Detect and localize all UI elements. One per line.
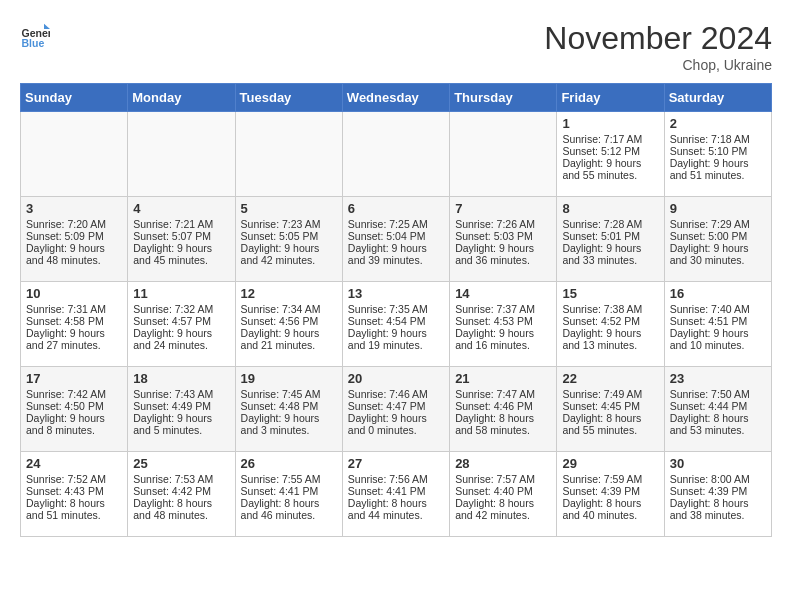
sunrise-text: Sunrise: 7:25 AM xyxy=(348,218,444,230)
day-number: 30 xyxy=(670,456,766,471)
calendar-cell: 7Sunrise: 7:26 AMSunset: 5:03 PMDaylight… xyxy=(450,197,557,282)
sunset-text: Sunset: 5:07 PM xyxy=(133,230,229,242)
sunrise-text: Sunrise: 7:35 AM xyxy=(348,303,444,315)
calendar-cell: 1Sunrise: 7:17 AMSunset: 5:12 PMDaylight… xyxy=(557,112,664,197)
day-number: 5 xyxy=(241,201,337,216)
sunrise-text: Sunrise: 7:23 AM xyxy=(241,218,337,230)
calendar-cell: 28Sunrise: 7:57 AMSunset: 4:40 PMDayligh… xyxy=(450,452,557,537)
sunrise-text: Sunrise: 7:43 AM xyxy=(133,388,229,400)
calendar-cell: 5Sunrise: 7:23 AMSunset: 5:05 PMDaylight… xyxy=(235,197,342,282)
day-number: 19 xyxy=(241,371,337,386)
day-number: 21 xyxy=(455,371,551,386)
daylight-text: Daylight: 8 hours and 48 minutes. xyxy=(133,497,229,521)
day-number: 10 xyxy=(26,286,122,301)
sunset-text: Sunset: 4:39 PM xyxy=(562,485,658,497)
sunrise-text: Sunrise: 7:32 AM xyxy=(133,303,229,315)
sunrise-text: Sunrise: 7:46 AM xyxy=(348,388,444,400)
calendar-cell: 8Sunrise: 7:28 AMSunset: 5:01 PMDaylight… xyxy=(557,197,664,282)
calendar-week-row: 10Sunrise: 7:31 AMSunset: 4:58 PMDayligh… xyxy=(21,282,772,367)
calendar-cell: 13Sunrise: 7:35 AMSunset: 4:54 PMDayligh… xyxy=(342,282,449,367)
day-number: 12 xyxy=(241,286,337,301)
day-number: 22 xyxy=(562,371,658,386)
sunrise-text: Sunrise: 7:26 AM xyxy=(455,218,551,230)
sunset-text: Sunset: 5:00 PM xyxy=(670,230,766,242)
daylight-text: Daylight: 9 hours and 21 minutes. xyxy=(241,327,337,351)
sunrise-text: Sunrise: 7:53 AM xyxy=(133,473,229,485)
calendar-cell: 22Sunrise: 7:49 AMSunset: 4:45 PMDayligh… xyxy=(557,367,664,452)
sunset-text: Sunset: 4:56 PM xyxy=(241,315,337,327)
sunset-text: Sunset: 5:10 PM xyxy=(670,145,766,157)
daylight-text: Daylight: 8 hours and 40 minutes. xyxy=(562,497,658,521)
day-number: 26 xyxy=(241,456,337,471)
calendar-cell: 2Sunrise: 7:18 AMSunset: 5:10 PMDaylight… xyxy=(664,112,771,197)
calendar-week-row: 1Sunrise: 7:17 AMSunset: 5:12 PMDaylight… xyxy=(21,112,772,197)
daylight-text: Daylight: 9 hours and 55 minutes. xyxy=(562,157,658,181)
daylight-text: Daylight: 8 hours and 38 minutes. xyxy=(670,497,766,521)
calendar-cell: 25Sunrise: 7:53 AMSunset: 4:42 PMDayligh… xyxy=(128,452,235,537)
day-number: 29 xyxy=(562,456,658,471)
daylight-text: Daylight: 8 hours and 46 minutes. xyxy=(241,497,337,521)
sunset-text: Sunset: 4:42 PM xyxy=(133,485,229,497)
sunrise-text: Sunrise: 7:29 AM xyxy=(670,218,766,230)
day-number: 7 xyxy=(455,201,551,216)
calendar-cell: 23Sunrise: 7:50 AMSunset: 4:44 PMDayligh… xyxy=(664,367,771,452)
sunset-text: Sunset: 4:46 PM xyxy=(455,400,551,412)
sunrise-text: Sunrise: 7:56 AM xyxy=(348,473,444,485)
day-number: 2 xyxy=(670,116,766,131)
daylight-text: Daylight: 9 hours and 51 minutes. xyxy=(670,157,766,181)
calendar-week-row: 17Sunrise: 7:42 AMSunset: 4:50 PMDayligh… xyxy=(21,367,772,452)
calendar-cell: 19Sunrise: 7:45 AMSunset: 4:48 PMDayligh… xyxy=(235,367,342,452)
sunset-text: Sunset: 4:39 PM xyxy=(670,485,766,497)
daylight-text: Daylight: 9 hours and 19 minutes. xyxy=(348,327,444,351)
sunset-text: Sunset: 5:12 PM xyxy=(562,145,658,157)
daylight-text: Daylight: 9 hours and 42 minutes. xyxy=(241,242,337,266)
sunset-text: Sunset: 4:40 PM xyxy=(455,485,551,497)
calendar-cell: 3Sunrise: 7:20 AMSunset: 5:09 PMDaylight… xyxy=(21,197,128,282)
sunrise-text: Sunrise: 7:21 AM xyxy=(133,218,229,230)
sunrise-text: Sunrise: 7:42 AM xyxy=(26,388,122,400)
svg-text:Blue: Blue xyxy=(22,37,45,49)
sunrise-text: Sunrise: 7:59 AM xyxy=(562,473,658,485)
day-number: 3 xyxy=(26,201,122,216)
sunrise-text: Sunrise: 7:49 AM xyxy=(562,388,658,400)
sunrise-text: Sunrise: 7:20 AM xyxy=(26,218,122,230)
daylight-text: Daylight: 9 hours and 27 minutes. xyxy=(26,327,122,351)
sunset-text: Sunset: 4:41 PM xyxy=(348,485,444,497)
sunrise-text: Sunrise: 7:40 AM xyxy=(670,303,766,315)
day-number: 13 xyxy=(348,286,444,301)
day-number: 4 xyxy=(133,201,229,216)
calendar-cell: 9Sunrise: 7:29 AMSunset: 5:00 PMDaylight… xyxy=(664,197,771,282)
day-number: 15 xyxy=(562,286,658,301)
calendar-week-row: 24Sunrise: 7:52 AMSunset: 4:43 PMDayligh… xyxy=(21,452,772,537)
sunset-text: Sunset: 5:09 PM xyxy=(26,230,122,242)
day-number: 24 xyxy=(26,456,122,471)
day-number: 8 xyxy=(562,201,658,216)
calendar-cell: 16Sunrise: 7:40 AMSunset: 4:51 PMDayligh… xyxy=(664,282,771,367)
calendar-cell: 15Sunrise: 7:38 AMSunset: 4:52 PMDayligh… xyxy=(557,282,664,367)
header-monday: Monday xyxy=(128,84,235,112)
header-tuesday: Tuesday xyxy=(235,84,342,112)
calendar-cell: 27Sunrise: 7:56 AMSunset: 4:41 PMDayligh… xyxy=(342,452,449,537)
calendar-cell: 6Sunrise: 7:25 AMSunset: 5:04 PMDaylight… xyxy=(342,197,449,282)
daylight-text: Daylight: 9 hours and 10 minutes. xyxy=(670,327,766,351)
day-number: 25 xyxy=(133,456,229,471)
sunset-text: Sunset: 4:49 PM xyxy=(133,400,229,412)
sunset-text: Sunset: 5:01 PM xyxy=(562,230,658,242)
header-sunday: Sunday xyxy=(21,84,128,112)
calendar-cell xyxy=(21,112,128,197)
day-number: 6 xyxy=(348,201,444,216)
sunrise-text: Sunrise: 7:38 AM xyxy=(562,303,658,315)
calendar-table: Sunday Monday Tuesday Wednesday Thursday… xyxy=(20,83,772,537)
calendar-cell: 26Sunrise: 7:55 AMSunset: 4:41 PMDayligh… xyxy=(235,452,342,537)
daylight-text: Daylight: 8 hours and 53 minutes. xyxy=(670,412,766,436)
sunset-text: Sunset: 4:50 PM xyxy=(26,400,122,412)
day-number: 17 xyxy=(26,371,122,386)
sunset-text: Sunset: 4:52 PM xyxy=(562,315,658,327)
sunrise-text: Sunrise: 7:45 AM xyxy=(241,388,337,400)
sunrise-text: Sunrise: 8:00 AM xyxy=(670,473,766,485)
sunset-text: Sunset: 4:44 PM xyxy=(670,400,766,412)
daylight-text: Daylight: 9 hours and 24 minutes. xyxy=(133,327,229,351)
daylight-text: Daylight: 9 hours and 13 minutes. xyxy=(562,327,658,351)
location-subtitle: Chop, Ukraine xyxy=(544,57,772,73)
day-number: 28 xyxy=(455,456,551,471)
